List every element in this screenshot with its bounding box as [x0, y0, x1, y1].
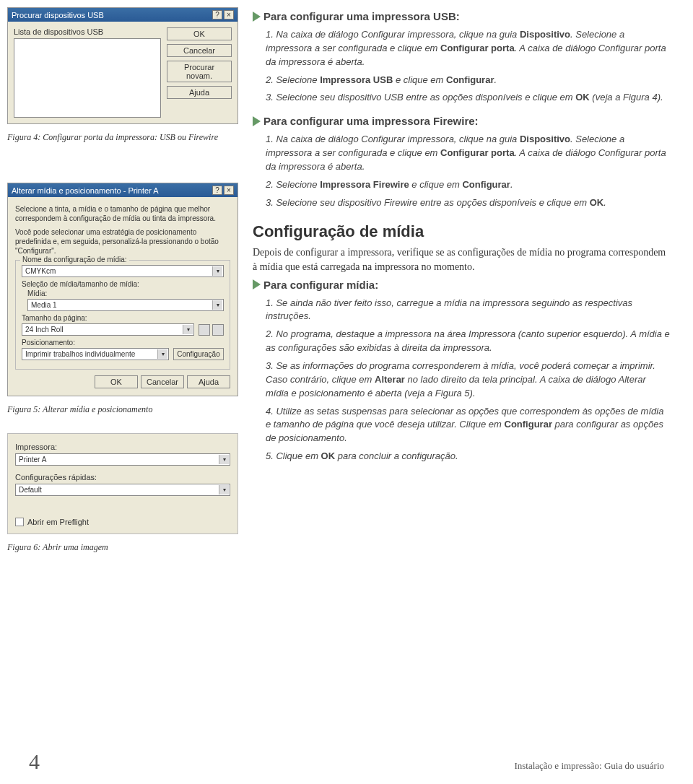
position-combo[interactable]: Imprimir trabalhos individualmente▾ — [22, 348, 169, 360]
midia-label: Mídia: — [27, 289, 224, 297]
help-icon[interactable]: ? — [212, 10, 222, 19]
printer-combo[interactable]: Printer A▾ — [15, 453, 230, 466]
section-usb-heading: Para configurar uma impressora USB: — [253, 10, 671, 22]
page-size-combo[interactable]: 24 Inch Roll▾ — [22, 323, 194, 336]
help-button[interactable]: Ajuda — [167, 86, 232, 99]
preflight-checkbox[interactable] — [15, 518, 24, 526]
usb-search-dialog: Procurar dispositivos USB ? × Lista de d… — [7, 7, 238, 124]
chevron-down-icon: ▾ — [219, 485, 229, 495]
chevron-down-icon: ▾ — [157, 349, 167, 359]
rescan-button[interactable]: Procurar novam. — [167, 61, 232, 82]
midia-combo[interactable]: Media 1▾ — [27, 299, 224, 311]
dialog-title: Alterar mídia e posicionamento - Printer… — [12, 186, 159, 195]
dialog-titlebar: Procurar dispositivos USB ? × — [8, 8, 237, 22]
dialog-title: Procurar dispositivos USB — [12, 11, 104, 19]
arrow-icon — [253, 279, 261, 289]
usb-step-1: 1. Na caixa de diálogo Configurar impres… — [266, 28, 671, 69]
preflight-label: Abrir em Preflight — [27, 518, 89, 526]
fw-step-2: 2. Selecione Impressora Firewire e cliqu… — [266, 178, 671, 192]
media-config-combo[interactable]: CMYKcm▾ — [22, 265, 224, 277]
fw-step-1: 1. Na caixa de diálogo Configurar impres… — [266, 133, 671, 174]
media-step-1: 1. Se ainda não tiver feito isso, carreg… — [266, 297, 671, 324]
page-size-label: Tamanho da página: — [22, 314, 224, 322]
open-image-dialog: Impressora: Printer A▾ Configurações ráp… — [7, 433, 238, 534]
usb-step-3: 3. Selecione seu dispositivo USB entre a… — [266, 91, 671, 105]
help-button[interactable]: Ajuda — [187, 375, 230, 388]
list-label: Lista de dispositivos USB — [14, 27, 161, 36]
media-step-3: 3. Se as informações do programa corresp… — [266, 360, 671, 401]
chevron-down-icon: ▾ — [212, 300, 222, 310]
figure5-caption: Figura 5: Alterar mídia e posicionamento — [7, 404, 238, 415]
dialog-intro-2: Você pode selecionar uma estratégia de p… — [15, 227, 230, 256]
section-media-heading: Para configurar mídia: — [253, 279, 671, 291]
figure4-caption: Figura 4: Configurar porta da impressora… — [7, 131, 238, 143]
close-icon[interactable]: × — [224, 186, 234, 195]
ok-button[interactable]: OK — [167, 27, 232, 40]
dialog-titlebar: Alterar mídia e posicionamento - Printer… — [8, 183, 237, 197]
chevron-down-icon: ▾ — [219, 455, 229, 464]
close-icon[interactable]: × — [224, 10, 234, 19]
cancel-button[interactable]: Cancelar — [141, 375, 184, 388]
printer-label: Impressora: — [15, 443, 230, 451]
group-title: Nome da configuração de mídia: — [20, 256, 129, 263]
square-icon[interactable] — [212, 324, 224, 336]
footer-text: Instalação e impressão: Guia do usuário — [514, 760, 664, 772]
figure6-caption: Figura 6: Abrir uma imagem — [7, 541, 238, 553]
arrow-icon — [253, 12, 261, 22]
dialog-intro-1: Selecione a tinta, a mídia e o tamanho d… — [15, 204, 230, 223]
cancel-button[interactable]: Cancelar — [167, 44, 232, 57]
chevron-down-icon: ▾ — [183, 325, 193, 334]
media-step-2: 2. No programa, destaque a impressora na… — [266, 328, 671, 355]
position-label: Posicionamento: — [22, 339, 224, 347]
arrow-icon — [253, 116, 261, 126]
media-config-para: Depois de configurar a impressora, verif… — [253, 245, 671, 274]
media-config-heading: Configuração de mídia — [253, 222, 671, 241]
quick-config-label: Configurações rápidas: — [15, 473, 230, 482]
page-number: 4 — [29, 749, 40, 774]
usb-step-2: 2. Selecione Impressora USB e clique em … — [266, 74, 671, 87]
media-step-5: 5. Clique em OK para concluir a configur… — [266, 450, 671, 463]
help-icon[interactable]: ? — [212, 186, 222, 195]
config-button[interactable]: Configuração — [173, 348, 224, 360]
usb-device-list[interactable] — [14, 38, 161, 118]
chevron-down-icon: ▾ — [212, 266, 222, 276]
square-icon[interactable] — [199, 324, 210, 336]
media-step-4: 4. Utilize as setas suspensas para selec… — [266, 405, 671, 446]
ok-button[interactable]: OK — [95, 375, 138, 388]
section-firewire-heading: Para configurar uma impressora Firewire: — [253, 115, 671, 127]
media-position-dialog: Alterar mídia e posicionamento - Printer… — [7, 183, 238, 396]
fw-step-3: 3. Selecione seu dispositivo Firewire en… — [266, 196, 671, 210]
quick-config-combo[interactable]: Default▾ — [15, 484, 230, 496]
media-select-label: Seleção de mídia/tamanho de mídia: — [22, 280, 224, 288]
